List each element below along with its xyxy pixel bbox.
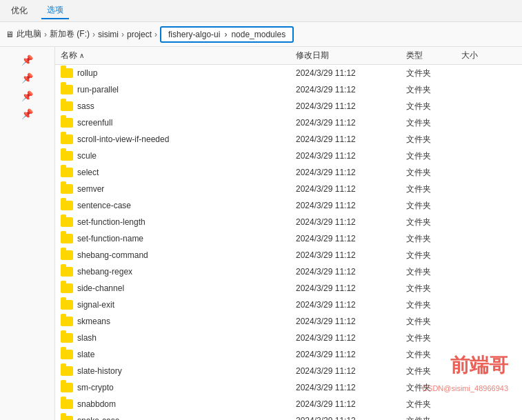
col-name[interactable]: 名称 ∧ <box>61 50 296 61</box>
file-name-cell: shebang-command <box>61 250 296 260</box>
table-row[interactable]: slash2024/3/29 11:12文件夹 <box>55 330 522 346</box>
file-name: snabbdom <box>77 399 116 409</box>
folder-icon <box>61 85 73 94</box>
file-date: 2024/3/29 11:12 <box>296 151 406 161</box>
table-row[interactable]: screenfull2024/3/29 11:12文件夹 <box>55 114 522 131</box>
file-name: slash <box>77 333 97 343</box>
file-name-cell: slash <box>61 333 296 343</box>
file-name-cell: sm-crypto <box>61 383 296 392</box>
table-row[interactable]: shebang-regex2024/3/29 11:12文件夹 <box>55 263 522 280</box>
file-name: scule <box>77 151 97 161</box>
file-name: skmeans <box>77 317 110 326</box>
breadcrumb-sisimi[interactable]: sisimi <box>98 30 119 39</box>
file-name: sm-crypto <box>77 383 114 392</box>
options-btn[interactable]: 选项 <box>41 2 69 19</box>
pin-icon-3[interactable]: 📌 <box>19 88 35 103</box>
file-type: 文件夹 <box>406 283 461 294</box>
drive-label: 新加卷 (F:) <box>50 28 90 40</box>
pin-icon-2[interactable]: 📌 <box>19 70 35 86</box>
pin-icon-1[interactable]: 📌 <box>19 52 35 68</box>
folder-icon <box>61 317 73 326</box>
node-modules-label: node_modules <box>231 30 285 39</box>
file-name: set-function-length <box>77 217 145 227</box>
table-row[interactable]: signal-exit2024/3/29 11:12文件夹 <box>55 297 522 313</box>
file-name-cell: scroll-into-view-if-needed <box>61 134 296 144</box>
table-row[interactable]: slate2024/3/29 11:12文件夹 <box>55 346 522 363</box>
table-row[interactable]: set-function-length2024/3/29 11:12文件夹 <box>55 214 522 230</box>
file-type: 文件夹 <box>406 316 461 328</box>
col-type[interactable]: 类型 <box>406 50 461 61</box>
file-name-cell: set-function-length <box>61 217 296 227</box>
table-row[interactable]: rollup2024/3/29 11:12文件夹 <box>55 65 522 81</box>
file-name: sentence-case <box>77 201 131 210</box>
table-row[interactable]: snake-case2024/3/29 11:12文件夹 <box>55 412 522 420</box>
file-type: 文件夹 <box>406 167 461 179</box>
file-name: snake-case <box>77 416 119 420</box>
table-row[interactable]: sentence-case2024/3/29 11:12文件夹 <box>55 197 522 214</box>
table-row[interactable]: skmeans2024/3/29 11:12文件夹 <box>55 313 522 330</box>
file-name: scroll-into-view-if-needed <box>77 134 169 144</box>
file-name: shebang-command <box>77 250 148 260</box>
top-bar: 优化 选项 <box>0 0 522 22</box>
table-row[interactable]: slate-history2024/3/29 11:12文件夹 <box>55 363 522 379</box>
file-name-cell: slate-history <box>61 366 296 376</box>
folder-icon <box>61 383 73 392</box>
fishery-label: fishery-algo-ui <box>168 30 220 39</box>
file-date: 2024/3/29 11:12 <box>296 201 406 210</box>
folder-icon <box>61 217 73 227</box>
folder-icon <box>61 350 73 359</box>
sep5: › <box>224 30 227 39</box>
folder-icon <box>61 267 73 277</box>
table-row[interactable]: scule2024/3/29 11:12文件夹 <box>55 148 522 164</box>
file-date: 2024/3/29 11:12 <box>296 168 406 177</box>
breadcrumb-selected[interactable]: fishery-algo-ui › node_modules <box>160 26 294 43</box>
file-name-cell: rollup <box>61 68 296 78</box>
breadcrumb-drive[interactable]: 新加卷 (F:) <box>50 28 90 40</box>
breadcrumb-bar: 🖥 此电脑 › 新加卷 (F:) › sisimi › project › fi… <box>0 22 522 47</box>
file-type: 文件夹 <box>406 299 461 311</box>
pin-icon-4[interactable]: 📌 <box>19 106 35 121</box>
col-date[interactable]: 修改日期 <box>296 50 406 61</box>
file-type: 文件夹 <box>406 84 461 96</box>
left-panel: 📌 📌 📌 📌 <box>0 47 55 420</box>
file-date: 2024/3/29 11:12 <box>296 234 406 243</box>
folder-icon <box>61 416 73 420</box>
table-row[interactable]: run-parallel2024/3/29 11:12文件夹 <box>55 81 522 98</box>
folder-icon <box>61 118 73 128</box>
folder-icon <box>61 101 73 111</box>
breadcrumb-thispc[interactable]: 🖥 此电脑 <box>6 28 41 40</box>
folder-icon <box>61 168 73 177</box>
table-row[interactable]: scroll-into-view-if-needed2024/3/29 11:1… <box>55 131 522 148</box>
file-name: rollup <box>77 68 97 78</box>
file-type: 文件夹 <box>406 266 461 278</box>
sort-arrow: ∧ <box>79 52 84 59</box>
table-row[interactable]: semver2024/3/29 11:12文件夹 <box>55 181 522 197</box>
file-name-cell: signal-exit <box>61 300 296 310</box>
table-row[interactable]: set-function-name2024/3/29 11:12文件夹 <box>55 230 522 247</box>
file-name: screenfull <box>77 118 112 128</box>
table-row[interactable]: sm-crypto2024/3/29 11:12文件夹 <box>55 379 522 396</box>
file-name-cell: run-parallel <box>61 85 296 94</box>
breadcrumb-project[interactable]: project <box>127 30 152 39</box>
file-list: 名称 ∧ 修改日期 类型 大小 rollup2024/3/29 11:12文件夹… <box>55 47 522 420</box>
col-size[interactable]: 大小 <box>461 50 516 61</box>
table-row[interactable]: shebang-command2024/3/29 11:12文件夹 <box>55 247 522 263</box>
optimize-btn[interactable]: 优化 <box>6 3 33 19</box>
file-name: slate <box>77 350 94 359</box>
file-type: 文件夹 <box>406 183 461 195</box>
file-date: 2024/3/29 11:12 <box>296 366 406 376</box>
file-name-cell: slate <box>61 350 296 359</box>
table-row[interactable]: select2024/3/29 11:12文件夹 <box>55 164 522 181</box>
folder-icon <box>61 134 73 144</box>
file-name-cell: shebang-regex <box>61 267 296 277</box>
file-date: 2024/3/29 11:12 <box>296 217 406 227</box>
table-row[interactable]: side-channel2024/3/29 11:12文件夹 <box>55 280 522 297</box>
file-type: 文件夹 <box>406 399 461 410</box>
file-name: side-channel <box>77 283 124 293</box>
table-row[interactable]: snabbdom2024/3/29 11:12文件夹 <box>55 396 522 412</box>
file-name-cell: scule <box>61 151 296 161</box>
table-row[interactable]: sass2024/3/29 11:12文件夹 <box>55 98 522 114</box>
folder-icon <box>61 68 73 78</box>
file-name-cell: select <box>61 168 296 177</box>
file-name: select <box>77 168 99 177</box>
